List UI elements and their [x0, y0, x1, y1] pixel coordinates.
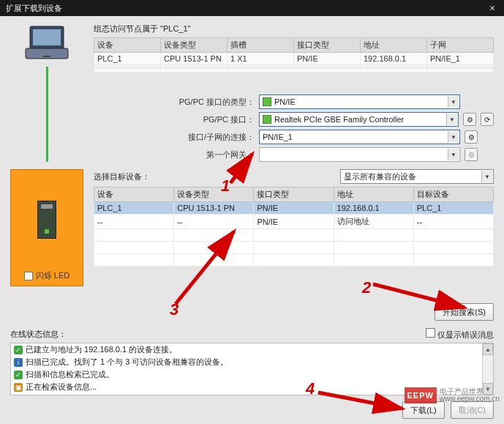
col-addr: 地址: [361, 38, 427, 53]
conn-label: 接口/子网的连接：: [94, 132, 255, 143]
pgpc-if-label: PG/PC 接口：: [94, 114, 255, 125]
scroll-up-icon[interactable]: ▲: [483, 343, 493, 355]
col-device: 设备: [94, 38, 161, 53]
chevron-down-icon[interactable]: ▼: [481, 171, 492, 182]
target-devices-table: 设备 设备类型 接口类型 地址 目标设备 PLC_1 CPU 1513-1 PN…: [94, 187, 494, 267]
chevron-down-icon: ▼: [448, 149, 459, 160]
table-row: [94, 254, 494, 267]
table-row: [94, 69, 494, 72]
laptop-icon: [21, 23, 72, 64]
svg-line-6: [176, 231, 234, 304]
target-device-graphic: 闪烁 LED: [10, 169, 83, 286]
titlebar: 扩展下载到设备 ×: [0, 0, 504, 16]
pgpc-type-combo[interactable]: PN/IE ▼: [259, 94, 460, 109]
window-title: 扩展下载到设备: [6, 3, 62, 14]
col-subnet: 子网: [427, 38, 494, 53]
log-line: i扫描已完成。找到了 1 个与 3 可访问设备相兼容的设备。: [11, 356, 493, 368]
progress-icon: ▣: [14, 383, 23, 392]
log-line: ✓已建立与地址为 192.168.0.1 的设备连接。: [11, 343, 493, 356]
svg-line-7: [318, 393, 402, 409]
pnie-icon: [263, 97, 271, 106]
pgpc-if-combo[interactable]: Realtek PCIe GBE Family Controller ▼: [259, 112, 459, 127]
watermark-logo: EEPW: [405, 387, 437, 403]
watermark: EEPW 电子产品世界 www.eepw.com.cn: [405, 387, 500, 403]
svg-rect-1: [33, 29, 61, 45]
status-title: 在线状态信息：: [10, 329, 67, 340]
pgpc-type-label: PG/PC 接口的类型：: [94, 97, 255, 108]
table-row[interactable]: PLC_1 CPU 1513-1 PN 1 X1 PN/IE 192.168.0…: [94, 53, 494, 65]
conn-combo[interactable]: PN/IE_1 ▼: [259, 130, 460, 144]
filter-combo[interactable]: 显示所有兼容的设备 ▼: [340, 169, 494, 184]
svg-rect-3: [43, 56, 50, 57]
config-nodes-table: 设备 设备类型 插槽 接口类型 地址 子网 PLC_1 CPU 1513-1 P…: [94, 37, 494, 72]
only-errors-checkbox[interactable]: 仅显示错误消息: [426, 328, 494, 341]
cancel-button[interactable]: 取消(C): [451, 401, 494, 419]
success-icon: ✓: [14, 346, 23, 354]
close-icon[interactable]: ×: [486, 2, 498, 14]
annotation-arrow-4: [315, 388, 410, 417]
select-target-label: 选择目标设备：: [94, 171, 150, 182]
info-icon: i: [14, 358, 23, 367]
settings-icon[interactable]: ⚙: [463, 113, 476, 126]
table-row[interactable]: -- -- PN/IE 访问地址 --: [94, 215, 494, 229]
checkbox-icon[interactable]: [426, 328, 435, 338]
checkbox-icon[interactable]: [24, 272, 33, 280]
refresh-icon[interactable]: ⟳: [481, 113, 494, 126]
success-icon: ✓: [14, 371, 23, 379]
table-row: [94, 242, 494, 254]
gateway-combo: ▼: [259, 147, 460, 162]
flash-led-checkbox[interactable]: 闪烁 LED: [24, 270, 69, 281]
annotation-arrow-3: [168, 227, 241, 308]
settings-icon: ⚙: [464, 148, 478, 161]
plc-icon: [37, 201, 56, 239]
settings-icon[interactable]: ⚙: [464, 130, 478, 144]
col-iftype: 接口类型: [294, 38, 361, 53]
table-row: [94, 229, 494, 242]
chevron-down-icon[interactable]: ▼: [448, 131, 459, 143]
annotation-arrow-2: [369, 278, 472, 315]
log-line: ✓扫描和信息检索已完成。: [11, 368, 493, 381]
svg-line-5: [373, 284, 464, 308]
col-devtype: 设备类型: [161, 38, 227, 53]
table-row[interactable]: PLC_1 CPU 1513-1 PN PN/IE 192.168.0.1 PL…: [94, 202, 494, 215]
annotation-arrow-1: [198, 150, 256, 187]
topgrid-caption: 组态访问节点属于 "PLC_1": [94, 23, 494, 34]
nic-icon: [263, 115, 271, 124]
source-pc-graphic: [10, 23, 83, 162]
svg-line-4: [230, 154, 252, 183]
col-slot: 插槽: [227, 38, 294, 53]
chevron-down-icon[interactable]: ▼: [448, 96, 459, 108]
chevron-down-icon[interactable]: ▼: [446, 114, 457, 125]
